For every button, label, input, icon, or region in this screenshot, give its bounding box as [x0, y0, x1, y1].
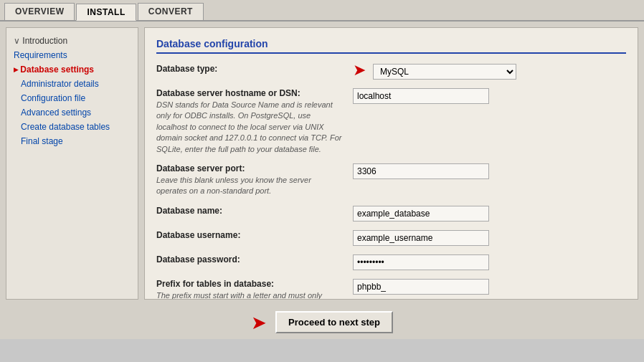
sidebar-item-administrator-details[interactable]: Administrator details	[6, 77, 138, 91]
label-port: Database server port:	[156, 163, 343, 173]
bottom-bar: ➤ Proceed to next step	[0, 305, 644, 339]
select-database-type[interactable]: MySQL PostgreSQL SQLite MSSQL	[373, 64, 516, 80]
hint-port: Leave this blank unless you know the ser…	[156, 175, 343, 197]
sidebar-item-final-stage[interactable]: Final stage	[6, 134, 138, 148]
label-hostname: Database server hostname or DSN:	[156, 88, 343, 98]
field-database-type: Database type: ➤ MySQL PostgreSQL SQLite…	[156, 64, 626, 80]
content-panel: Database configuration Database type: ➤ …	[144, 27, 638, 300]
sidebar-item-create-database-tables[interactable]: Create database tables	[6, 120, 138, 134]
input-hostname[interactable]	[353, 88, 489, 104]
proceed-arrow-icon: ➤	[251, 313, 267, 332]
field-table-prefix: Prefix for tables in database: The prefi…	[156, 279, 626, 300]
input-port[interactable]	[353, 163, 489, 179]
hint-hostname: DSN stands for Data Source Name and is r…	[156, 100, 343, 155]
field-db-name: Database name:	[156, 206, 626, 222]
label-db-password: Database password:	[156, 254, 343, 265]
input-db-name[interactable]	[353, 206, 489, 222]
sidebar-item-database-settings[interactable]: Database settings	[6, 62, 138, 77]
tab-bar: OVERVIEW INSTALL CONVERT	[0, 0, 644, 22]
field-db-username: Database username:	[156, 230, 626, 246]
input-db-password[interactable]	[353, 254, 489, 270]
tab-overview[interactable]: OVERVIEW	[4, 3, 75, 20]
tab-install[interactable]: INSTALL	[76, 4, 136, 21]
arrow-icon: ➤	[353, 62, 366, 78]
sidebar-item-introduction[interactable]: Introduction	[6, 34, 138, 48]
label-db-username: Database username:	[156, 230, 343, 240]
sidebar: Introduction Requirements Database setti…	[6, 27, 138, 300]
label-table-prefix: Prefix for tables in database:	[156, 279, 343, 289]
sidebar-item-advanced-settings[interactable]: Advanced settings	[6, 105, 138, 120]
proceed-button[interactable]: Proceed to next step	[275, 311, 393, 333]
sidebar-item-configuration-file[interactable]: Configuration file	[6, 91, 138, 105]
label-db-name: Database name:	[156, 206, 343, 216]
label-database-type: Database type:	[156, 64, 343, 74]
field-db-password: Database password:	[156, 254, 626, 270]
field-hostname: Database server hostname or DSN: DSN sta…	[156, 88, 626, 155]
input-table-prefix[interactable]	[353, 279, 489, 295]
field-port: Database server port: Leave this blank u…	[156, 163, 626, 197]
section-title: Database configuration	[156, 38, 626, 54]
tab-convert[interactable]: CONVERT	[138, 3, 204, 20]
sidebar-item-requirements[interactable]: Requirements	[6, 48, 138, 62]
input-db-username[interactable]	[353, 230, 489, 246]
hint-table-prefix: The prefix must start with a letter and …	[156, 290, 343, 300]
